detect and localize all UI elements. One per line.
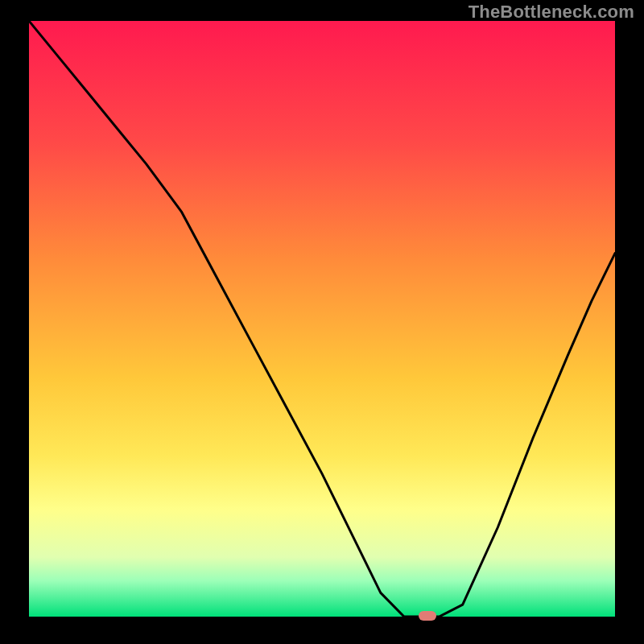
watermark-text: TheBottleneck.com — [469, 2, 634, 23]
optimal-point-marker — [419, 611, 436, 621]
bottleneck-chart — [0, 0, 644, 644]
heat-gradient-background — [29, 21, 615, 617]
chart-frame: TheBottleneck.com — [0, 0, 644, 644]
